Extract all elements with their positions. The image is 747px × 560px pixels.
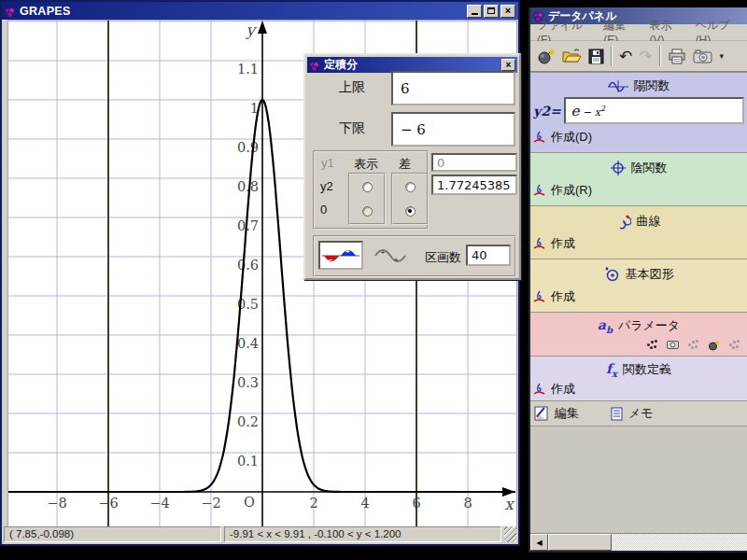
parameter-title: パラメータ [618,317,680,334]
partitions-input[interactable]: 40 [466,245,511,266]
row-label-zero: 0 [320,203,327,217]
func-base: e [571,103,580,119]
camera-icon[interactable] [693,49,712,63]
lower-limit-label: 下限 [339,120,365,137]
parameter-header: ab パラメータ [530,313,747,335]
grapes-app-icon [5,6,16,17]
toolbar-separator [611,46,613,66]
explicit-create-button[interactable]: 作成(D) [530,126,747,148]
basic-figure-create-label: 作成 [551,288,575,305]
resize-grip[interactable] [504,526,516,542]
pen-icon [533,290,546,303]
curve-create-label: 作成 [551,235,575,252]
edit-memo-row: 編集 メモ [530,400,747,426]
open-folder-icon[interactable] [562,48,582,64]
svg-text:8: 8 [463,496,472,511]
basic-figure-create-button[interactable]: 作成 [530,286,747,308]
function-definition-create-label: 作成 [551,381,575,398]
ab-parameter-icon: ab [598,317,613,335]
row-label-y2: y2 [320,179,333,193]
svg-text:0.1: 0.1 [237,454,259,469]
explicit-function-header: 陽関数 [530,73,747,95]
data-panel-grape-icon [533,10,544,21]
pen-icon [533,184,546,197]
grapes-titlebar[interactable]: GRAPES × [2,2,518,20]
section-explicit-function: 陽関数 y2= e − x2 作成(D) [530,72,747,152]
svg-text:−2: −2 [201,496,220,511]
curve-create-button[interactable]: 作成 [530,232,747,255]
show-y2-radio[interactable] [362,182,373,192]
partitions-label: 区画数 [425,249,461,266]
implicit-function-header: 陰関数 [530,153,747,179]
func-exp-power: 2 [600,105,605,113]
diff-zero-radio[interactable] [405,206,416,217]
pen-icon [533,131,546,144]
section-function-definition: fx 関数定義 作成 [530,356,747,400]
signed-area-icon: − + [321,245,360,267]
basic-figure-header: 基本図形 [530,259,747,286]
curve-title: 曲線 [637,213,661,230]
svg-text:0.2: 0.2 [237,414,259,429]
pen-icon [533,383,546,396]
integral-result-field[interactable]: 1.77245385 [431,175,517,195]
undo-icon[interactable]: ↶ [619,47,632,65]
svg-text:4: 4 [360,496,369,511]
parameter-decoration-row [530,335,747,354]
toolbar-separator [659,46,661,66]
signed-area-style-button[interactable]: − + [318,241,363,270]
svg-text:x: x [504,495,515,513]
status-axis-range: -9.91 < x < 9.91 , -0.100 < y < 1.200 [224,526,501,542]
minimize-icon [472,13,478,15]
grapes-window-title: GRAPES [20,5,71,18]
close-icon: × [505,6,511,16]
print-icon[interactable] [668,49,686,64]
absolute-area-style-button[interactable]: + + [373,245,410,266]
function-definition-create-button[interactable]: 作成 [530,379,747,399]
scroll-left-arrow-icon: ◀ [536,539,542,547]
diff-y2-radio[interactable] [405,182,416,192]
memo-button[interactable]: メモ [628,405,654,422]
explicit-function-title: 陽関数 [634,77,670,94]
function-definition-header: fx 関数定義 [530,357,747,379]
section-basic-figure: 基本図形 作成 [530,259,747,312]
svg-text:+: + [345,247,350,256]
section-parameter: ab パラメータ [530,312,747,356]
paw-prints-icon [688,343,691,346]
upper-limit-input[interactable]: 6 [391,71,515,105]
paw-prints-icon [729,343,732,346]
svg-text:0.8: 0.8 [237,179,259,194]
horizontal-scrollbar[interactable]: ◀ [530,533,747,551]
redo-icon[interactable]: ↷ [639,47,652,65]
menu-bar: ファイル(F) 編集(E) 表示(V) ヘルプ(H) [530,24,747,41]
svg-text:0.3: 0.3 [237,375,259,390]
camera-dropdown-icon[interactable]: ▾ [720,51,725,61]
panel-empty-area [530,426,747,533]
save-icon[interactable] [588,49,604,64]
curve-loop-icon [617,214,631,230]
circled-dot-icon [604,267,620,282]
scroll-left-button[interactable]: ◀ [530,534,548,551]
maximize-icon [487,7,495,14]
lower-limit-input[interactable]: − 6 [391,112,515,147]
desktop: GRAPES × −8−6−4−224680.10.20.30.40.50.60… [0,0,747,560]
svg-text:+: + [381,249,385,256]
implicit-create-button[interactable]: 作成(R) [530,179,747,202]
show-zero-radio[interactable] [362,206,373,217]
edit-button[interactable]: 編集 [555,405,579,422]
maximize-button[interactable] [484,5,499,18]
diff-top-value-field[interactable]: 0 [431,153,517,172]
close-button[interactable]: × [500,5,515,18]
dialog-close-button[interactable]: × [501,59,515,71]
y2-function-input[interactable]: e − x2 [564,97,744,124]
section-curve: 曲線 作成 [530,205,747,259]
svg-text:0.4: 0.4 [237,336,259,351]
window-buttons: × [467,5,515,18]
minimize-button[interactable] [467,5,482,18]
explicit-create-label: 作成(D) [551,129,592,146]
svg-text:−6: −6 [98,496,118,511]
row-label-y1: y1 [321,156,334,170]
bomb-clear-icon[interactable] [537,47,556,65]
show-radio-group [348,173,386,225]
scrollbar-thumb[interactable] [548,534,612,551]
svg-text:6: 6 [412,496,420,511]
